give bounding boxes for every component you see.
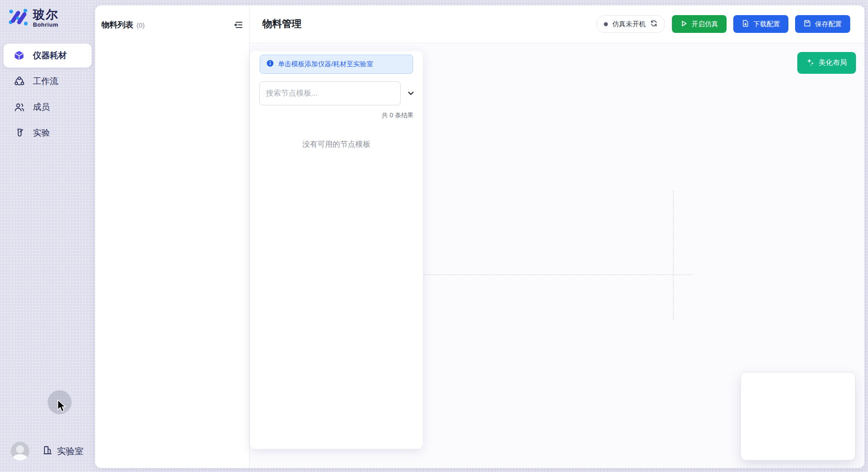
sidebar-footer: 实验室 xyxy=(11,442,84,460)
sidebar-item-workflow[interactable]: 工作流 xyxy=(4,69,92,93)
node-template-search-input[interactable] xyxy=(259,81,401,105)
canvas-guide-vertical xyxy=(673,191,674,320)
building-icon xyxy=(42,445,53,457)
avatar-head xyxy=(16,445,24,453)
sidebar-item-instruments[interactable]: 仪器耗材 xyxy=(4,44,92,68)
canvas[interactable]: 单击模板添加仪器/耗材至实验室 共 0 条结果 没有可用的节点模板 xyxy=(249,43,864,468)
sim-status-pill[interactable]: 仿真未开机 xyxy=(596,15,665,33)
page-title: 物料管理 xyxy=(262,17,301,31)
content-card: 物料列表 (0) 物料管理 xyxy=(95,5,864,468)
refresh-icon[interactable] xyxy=(650,20,658,29)
main-header: 物料管理 仿真未开机 xyxy=(249,5,864,43)
search-row xyxy=(259,81,417,105)
tip-text: 单击模板添加仪器/耗材至实验室 xyxy=(278,60,373,68)
brand: 玻尔 Bohrium xyxy=(0,0,95,29)
chevron-down-icon[interactable] xyxy=(405,88,417,99)
sparkles-icon xyxy=(806,58,815,68)
sidebar-item-label: 实验 xyxy=(33,127,50,139)
collapse-panel-icon[interactable] xyxy=(232,19,245,31)
avatar[interactable] xyxy=(11,442,29,460)
sim-status-label: 仿真未开机 xyxy=(612,20,646,28)
members-icon xyxy=(13,101,25,113)
start-simulation-label: 开启仿真 xyxy=(691,20,718,28)
sidebar: 玻尔 Bohrium 仪器耗材 xyxy=(0,0,95,472)
start-simulation-button[interactable]: 开启仿真 xyxy=(672,15,727,33)
main-area: 物料管理 仿真未开机 xyxy=(249,5,864,468)
download-file-icon xyxy=(742,20,749,28)
tip-banner: 单击模板添加仪器/耗材至实验室 xyxy=(260,55,413,74)
result-count: 共 0 条结果 xyxy=(250,112,414,120)
header-actions: 仿真未开机 xyxy=(596,15,850,33)
materials-panel-title: 物料列表 xyxy=(101,20,133,30)
sidebar-item-label: 仪器耗材 xyxy=(33,50,67,61)
brand-subtitle: Bohrium xyxy=(33,22,59,28)
beautify-layout-label: 美化布局 xyxy=(819,58,847,68)
lab-entry[interactable]: 实验室 xyxy=(42,445,84,457)
workflow-icon xyxy=(13,76,25,87)
save-config-button[interactable]: 保存配置 xyxy=(795,15,850,33)
node-template-panel: 单击模板添加仪器/耗材至实验室 共 0 条结果 没有可用的节点模板 xyxy=(250,51,423,449)
play-icon xyxy=(680,20,687,28)
status-dot-icon xyxy=(604,22,608,26)
sidebar-item-label: 成员 xyxy=(33,101,50,113)
download-config-label: 下载配置 xyxy=(753,20,780,28)
experiment-icon xyxy=(13,127,25,139)
app-root: 玻尔 Bohrium 仪器耗材 xyxy=(0,0,868,472)
info-icon xyxy=(266,60,274,69)
materials-panel-header: 物料列表 (0) xyxy=(95,5,249,31)
sidebar-item-label: 工作流 xyxy=(33,76,58,87)
brand-name: 玻尔 xyxy=(33,8,59,21)
materials-panel-count: (0) xyxy=(137,21,145,29)
materials-panel: 物料列表 (0) xyxy=(95,5,249,468)
minimap[interactable] xyxy=(740,372,856,460)
sidebar-item-experiment[interactable]: 实验 xyxy=(4,121,92,145)
save-icon xyxy=(804,20,811,28)
lab-label: 实验室 xyxy=(57,445,84,457)
bohrium-logo-icon xyxy=(8,7,28,29)
sidebar-item-members[interactable]: 成员 xyxy=(4,95,92,119)
canvas-guide-horizontal xyxy=(423,274,692,275)
sidebar-nav: 仪器耗材 工作流 xyxy=(0,44,95,145)
beautify-layout-button[interactable]: 美化布局 xyxy=(797,52,856,74)
download-config-button[interactable]: 下载配置 xyxy=(733,15,788,33)
cube-icon xyxy=(13,50,25,61)
empty-templates-text: 没有可用的节点模板 xyxy=(250,139,423,149)
mouse-cursor xyxy=(55,399,68,413)
save-config-label: 保存配置 xyxy=(815,20,842,28)
avatar-body xyxy=(12,454,28,460)
